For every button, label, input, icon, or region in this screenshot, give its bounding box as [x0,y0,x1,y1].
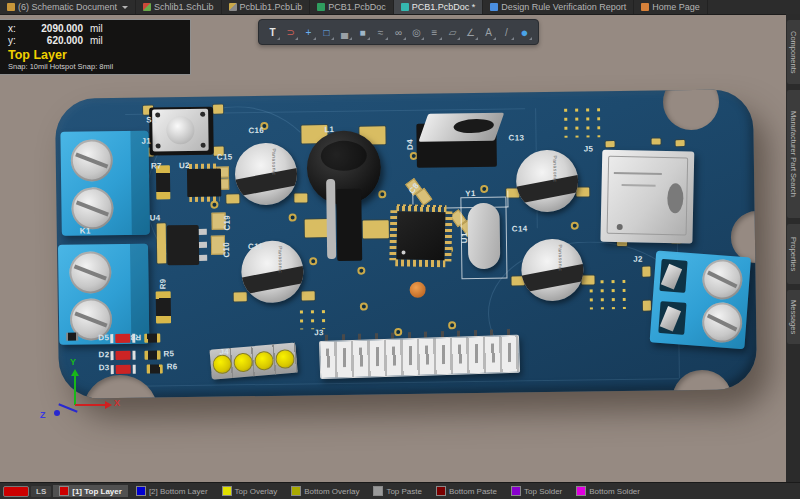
x-axis-label: X [114,398,120,408]
component-j1-terminal[interactable] [60,131,149,236]
move-icon[interactable]: + [300,22,317,42]
designator-c19: C19 [223,215,232,231]
component-j5-sdcard[interactable] [600,150,694,244]
component-s1-switch[interactable] [149,107,214,156]
y-axis-arrow [71,369,79,376]
component-d3-led[interactable] [116,365,131,374]
regulator-pin [199,229,207,235]
sdcard-rivet [617,224,623,230]
heads-up-display: x: 2090.000 mil y: 620.000 mil Top Layer… [0,19,191,75]
layer-tab-label: [2] Bottom Layer [149,487,208,496]
component-c13-capacitor[interactable]: Panasonic [516,150,579,213]
layer-tab-bottom-layer[interactable]: [2] Bottom Layer [130,485,214,497]
tab-schlib1[interactable]: Schlib1.SchLib [136,0,222,14]
filter-icon[interactable]: T [264,22,281,42]
tab-label: Schlib1.SchLib [154,2,214,12]
panel-tab-label: Components [789,31,798,74]
component-r3-resistor[interactable] [144,333,160,342]
layer-tab-bottom-overlay[interactable]: Bottom Overlay [285,485,365,497]
via [448,321,456,329]
designator-u2: U2 [179,161,190,170]
tab-pcblib1[interactable]: PcbLib1.PcbLib [222,0,311,14]
pcb-3d-viewport[interactable]: x: 2090.000 mil y: 620.000 mil Top Layer… [0,14,786,483]
designator-r9: R9 [158,279,167,290]
tab-label: Design Rule Verification Report [501,2,626,12]
cap-polarity-band [241,265,304,295]
qfp-pins [444,211,452,261]
layer-tab-top-layer[interactable]: [1] Top Layer [53,485,128,497]
layer-tab-top-overlay[interactable]: Top Overlay [216,485,284,497]
layer-tab-top-solder[interactable]: Top Solder [505,485,568,497]
magnet-icon[interactable]: ⊃ [282,22,299,42]
pcblib-icon [229,3,237,11]
panel-tab-manufacturer-part-search[interactable]: Manufacturer Part Search [787,90,800,218]
screw-slot [75,312,108,328]
dropdown-caret-icon[interactable] [122,6,128,9]
designator-c11: C11 [248,242,263,251]
component-edge-chip[interactable] [66,333,78,341]
component-j2-terminal[interactable] [650,251,751,350]
panel-tab-messages[interactable]: Messages [787,290,800,344]
tab-pcb1-pcbdoc[interactable]: PCB1.PcbDoc [310,0,394,14]
graph-icon[interactable]: ∠ [462,22,479,42]
via [289,214,297,222]
component-d5-led[interactable] [115,334,130,343]
body-3d-icon[interactable]: ● [516,22,533,42]
component-u2-ic[interactable] [187,169,221,197]
layer-tab-bottom-solder[interactable]: Bottom Solder [570,485,646,497]
designator-u1: U1 [460,232,469,243]
designator-c14: C14 [512,224,528,233]
designator-c15: C15 [217,152,233,161]
line-icon[interactable]: / [498,22,515,42]
component-j3-terminal-strip[interactable] [319,335,520,379]
measure-icon[interactable]: ∞ [390,22,407,42]
ic-pins [189,164,219,169]
cap-polarity-band [235,167,298,197]
via [571,222,579,230]
right-panel-bar: Components Manufacturer Part Search Prop… [786,14,800,483]
place-pin-icon[interactable]: ◎ [408,22,425,42]
layer-tab-bottom-paste[interactable]: Bottom Paste [430,485,503,497]
route-icon[interactable]: ≈ [372,22,389,42]
component-u1-mcu[interactable] [389,204,452,267]
component-r9-resistor[interactable] [156,291,171,323]
place-rectangle-icon[interactable]: ■ [354,22,371,42]
layer-stack-icon[interactable]: ≡ [426,22,443,42]
solder-pad [642,267,650,277]
component-d2-led[interactable] [115,351,130,360]
hud-x-unit: mil [90,23,103,35]
layer-swatch [576,486,586,496]
solder-pad [226,194,239,203]
tab-design-rule-report[interactable]: Design Rule Verification Report [483,0,634,14]
orange-led [410,282,426,298]
component-u4-regulator[interactable] [167,225,200,265]
x-axis-arrow [105,401,112,409]
tab-schematic-document[interactable]: (6) Schematic Document [0,0,136,14]
cap-brand-text: Panasonic [552,155,558,182]
align-icon[interactable]: ▄ [336,22,353,42]
component-r5-resistor[interactable] [144,350,160,359]
dimension-icon[interactable]: ▱ [444,22,461,42]
layer-tab-top-paste[interactable]: Top Paste [367,485,428,497]
component-r6-resistor[interactable] [147,364,163,373]
designator-j5: J5 [584,144,594,153]
terminal-body-side [130,131,149,235]
screw-slot [75,153,108,169]
panel-tab-components[interactable]: Components [787,20,800,84]
pcb-board[interactable]: Panasonic Panasonic [55,89,757,399]
hud-x-value: 2090.000 [21,23,83,35]
layer-sets-button[interactable]: LS [31,486,51,497]
tab-home-page[interactable]: Home Page [634,0,708,14]
via [210,201,218,209]
string-icon[interactable]: A [480,22,497,42]
select-icon[interactable]: □ [318,22,335,42]
panel-tab-properties[interactable]: Properties [787,224,800,284]
tab-pcb1-pcbdoc-active[interactable]: PCB1.PcbDoc * [394,0,484,14]
component-dark-body[interactable] [336,189,362,261]
hud-snap-info: Snap: 10mil Hotspot Snap: 8mil [8,62,184,71]
component-k1-terminal[interactable] [58,244,149,345]
component-vertical-capacitor[interactable] [326,179,336,259]
component-y1-crystal[interactable] [467,203,500,269]
designator-j1: J1 [141,137,151,146]
layer-swatch [222,486,232,496]
